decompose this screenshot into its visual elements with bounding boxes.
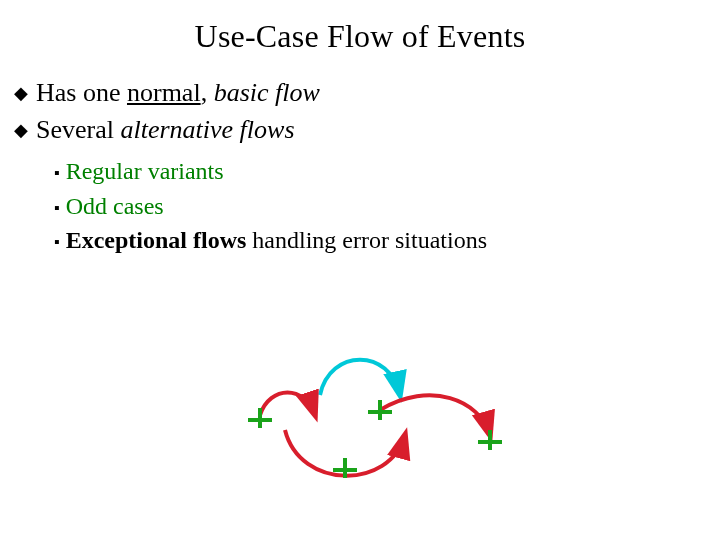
slide-body: ◆ Has one normal, basic flow ◆ Several a… <box>0 55 720 256</box>
sub-bullet-regular: ▪ Regular variants <box>54 155 706 187</box>
red-arc-left-icon <box>260 393 315 416</box>
text-italic: basic flow <box>214 78 320 107</box>
square-icon: ▪ <box>54 231 60 253</box>
slide-title: Use-Case Flow of Events <box>0 0 720 55</box>
sub-text: Odd cases <box>66 190 164 222</box>
bullet-text: Has one normal, basic flow <box>36 75 320 110</box>
text-bold: Exceptional flows <box>66 227 247 253</box>
sub-bullet-odd: ▪ Odd cases <box>54 190 706 222</box>
sub-bullets: ▪ Regular variants ▪ Odd cases ▪ Excepti… <box>14 149 706 256</box>
text-pre: Has one <box>36 78 127 107</box>
text-underline: normal <box>127 78 201 107</box>
green-node-4-icon <box>478 430 502 450</box>
diamond-icon: ◆ <box>14 118 28 142</box>
sub-bullet-exceptional: ▪ Exceptional flows handling error situa… <box>54 224 706 256</box>
sub-text: Exceptional flows handling error situati… <box>66 224 487 256</box>
bullet-alternative-flows: ◆ Several alternative flows <box>14 112 706 147</box>
bullet-basic-flow: ◆ Has one normal, basic flow <box>14 75 706 110</box>
text-pre: Several <box>36 115 120 144</box>
square-icon: ▪ <box>54 162 60 184</box>
text-mid: , <box>201 78 214 107</box>
text-rest: handling error situations <box>246 227 487 253</box>
green-node-1-icon <box>248 408 272 428</box>
cyan-arc-icon <box>320 360 400 395</box>
bullet-text: Several alternative flows <box>36 112 295 147</box>
red-arc-right-icon <box>380 395 490 435</box>
slide: Use-Case Flow of Events ◆ Has one normal… <box>0 0 720 540</box>
text-italic: alternative flows <box>120 115 294 144</box>
sub-text: Regular variants <box>66 155 224 187</box>
diamond-icon: ◆ <box>14 81 28 105</box>
flow-diagram <box>230 340 510 500</box>
green-node-3-icon <box>368 400 392 420</box>
square-icon: ▪ <box>54 197 60 219</box>
